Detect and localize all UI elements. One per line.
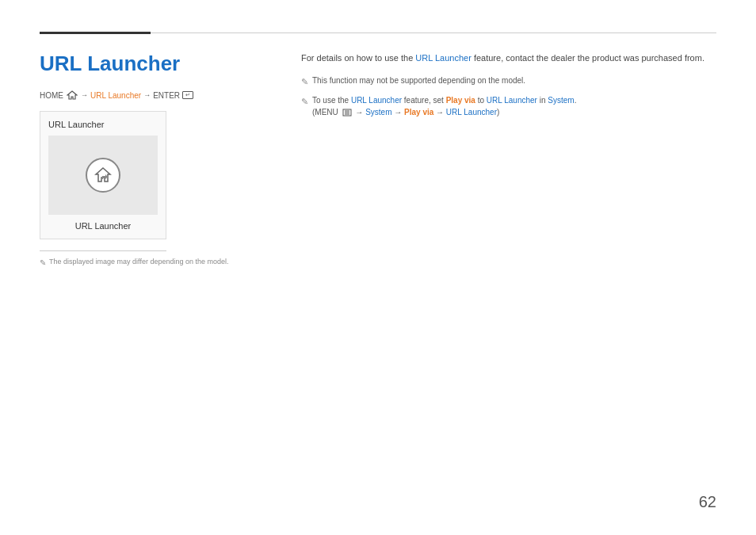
home-small-icon — [67, 90, 78, 100]
launcher-card-title: URL Launcher — [48, 120, 158, 129]
menu-icon — [342, 109, 352, 117]
breadcrumb-arrow1: → — [81, 91, 88, 99]
bottom-note: ✎ The displayed image may differ dependi… — [40, 258, 262, 267]
bottom-note-text: The displayed image may differ depending… — [49, 258, 228, 266]
note1-pencil-icon: ✎ — [301, 75, 308, 89]
left-column: URL Launcher HOME → URL Launcher → ENTER… — [40, 52, 262, 267]
breadcrumb-enter-text: ENTER — [153, 91, 180, 100]
launcher-card: URL Launcher URL Launcher — [40, 111, 166, 239]
note2-text: To use the URL Launcher feature, set Pla… — [312, 94, 576, 118]
main-description: For details on how to use the URL Launch… — [301, 52, 716, 65]
svg-marker-0 — [67, 91, 77, 99]
right-column: For details on how to use the URL Launch… — [301, 52, 716, 124]
svg-marker-1 — [96, 168, 110, 182]
breadcrumb-url-launcher: URL Launcher — [90, 91, 141, 100]
page-title: URL Launcher — [40, 52, 262, 76]
url-launcher-link-3: URL Launcher — [487, 96, 537, 105]
launcher-card-label: URL Launcher — [48, 221, 158, 231]
note-item-2: ✎ To use the URL Launcher feature, set P… — [301, 94, 716, 118]
bottom-rule — [40, 250, 166, 251]
page-number: 62 — [699, 493, 716, 511]
breadcrumb-arrow2: → — [143, 91, 151, 99]
url-launcher-link-2: URL Launcher — [351, 96, 402, 105]
url-launcher-link-4: URL Launcher — [446, 108, 497, 117]
play-via-link-2: Play via — [404, 108, 433, 117]
launcher-icon-container — [48, 136, 158, 215]
top-rule — [40, 32, 716, 34]
breadcrumb: HOME → URL Launcher → ENTER ↵ — [40, 90, 262, 100]
note-item-1: ✎ This function may not be supported dep… — [301, 75, 716, 89]
note2-pencil-icon: ✎ — [301, 95, 308, 109]
url-launcher-link-1: URL Launcher — [415, 53, 472, 63]
breadcrumb-home: HOME — [40, 91, 63, 100]
house-share-icon — [94, 166, 112, 184]
enter-icon: ↵ — [182, 91, 193, 99]
note1-text: This function may not be supported depen… — [312, 75, 525, 86]
bottom-note-pencil-icon: ✎ — [40, 258, 46, 267]
system-link-1: System — [548, 96, 574, 105]
launcher-icon — [86, 158, 120, 193]
play-via-link-1: Play via — [446, 96, 475, 105]
system-link-2: System — [365, 108, 391, 117]
